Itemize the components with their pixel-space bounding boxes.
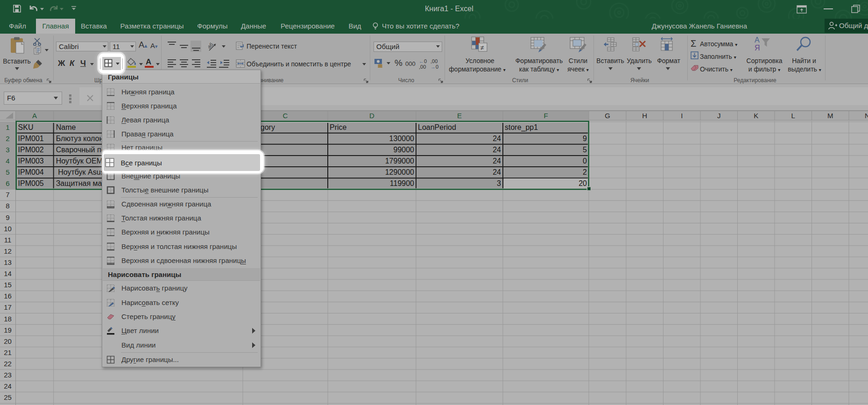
svg-text:Я: Я <box>755 44 760 52</box>
svg-text:А: А <box>755 36 760 44</box>
svg-text:≠: ≠ <box>480 44 484 51</box>
svg-text:аб: аб <box>208 42 214 50</box>
